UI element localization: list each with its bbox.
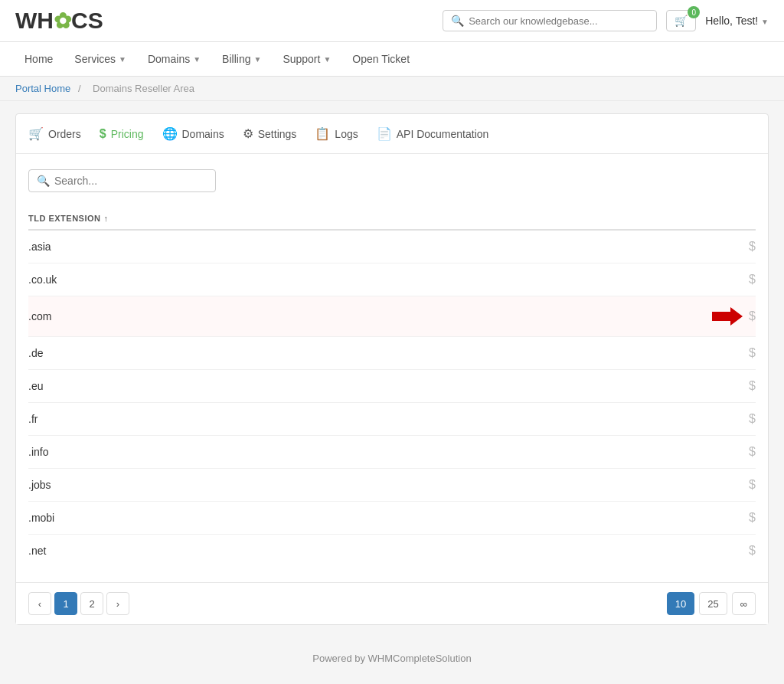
nav-services[interactable]: Services ▼: [65, 42, 136, 76]
document-icon: 📄: [377, 126, 392, 141]
logo-gear-icon: ✿: [54, 8, 71, 34]
tab-domains[interactable]: 🌐 Domains: [162, 123, 224, 144]
chevron-down-icon: ▼: [253, 55, 261, 64]
dollar-icon: $: [749, 346, 756, 360]
nav-domains[interactable]: Domains ▼: [139, 42, 210, 76]
table-row[interactable]: .co.uk $: [28, 263, 756, 296]
tld-extension-header: TLD EXTENSION: [28, 214, 101, 223]
header-right: 🔍 🛒 0 Hello, Test! ▼: [443, 10, 769, 31]
logo-cs: CS: [71, 8, 103, 34]
dollar-icon: $: [100, 127, 106, 141]
tab-settings[interactable]: ⚙ Settings: [243, 123, 297, 144]
svg-marker-0: [712, 307, 743, 326]
breadcrumb-current: Domains Reseller Area: [93, 83, 194, 94]
tld-search-input[interactable]: [54, 175, 207, 187]
page-1-button[interactable]: 1: [54, 592, 77, 615]
pagination-left: ‹ 1 2 ›: [28, 592, 129, 615]
table-row[interactable]: .jobs $: [28, 469, 756, 502]
tab-pricing[interactable]: $ Pricing: [100, 124, 144, 144]
nav-open-ticket[interactable]: Open Ticket: [343, 42, 419, 76]
logo: WH ✿ CS: [15, 8, 103, 34]
tld-search[interactable]: 🔍: [28, 169, 216, 192]
dollar-icon: $: [749, 544, 756, 558]
logo-wh: WH: [15, 8, 54, 34]
tab-api-documentation[interactable]: 📄 API Documentation: [377, 123, 489, 144]
dollar-icon: $: [749, 273, 756, 286]
user-menu[interactable]: Hello, Test! ▼: [705, 15, 769, 27]
gear-icon: ⚙: [243, 126, 253, 141]
search-icon: 🔍: [451, 15, 464, 27]
next-page-button[interactable]: ›: [106, 592, 129, 615]
globe-icon: 🌐: [162, 126, 178, 141]
table-row[interactable]: .asia $: [28, 231, 756, 263]
cart-badge: 0: [688, 6, 700, 18]
table-row[interactable]: .info $: [28, 436, 756, 469]
sort-arrow-icon[interactable]: ↑: [104, 214, 109, 223]
dollar-icon: $: [749, 478, 756, 492]
cart-icon: 🛒: [28, 126, 44, 141]
table-row[interactable]: .com $: [28, 296, 756, 337]
breadcrumb: Portal Home / Domains Reseller Area: [0, 77, 784, 101]
table-row[interactable]: .de $: [28, 337, 756, 370]
page-2-button[interactable]: 2: [80, 592, 103, 615]
dollar-icon: $: [749, 240, 756, 254]
per-page-10[interactable]: 10: [667, 592, 694, 615]
pagination: ‹ 1 2 › 10 25 ∞: [16, 582, 768, 624]
prev-page-button[interactable]: ‹: [28, 592, 51, 615]
table-row[interactable]: .mobi $: [28, 502, 756, 535]
chevron-down-icon: ▼: [323, 55, 331, 64]
breadcrumb-separator: /: [78, 83, 83, 94]
logs-icon: 📋: [315, 126, 330, 141]
chevron-down-icon: ▼: [119, 55, 126, 64]
cart-button[interactable]: 🛒 0: [666, 10, 696, 31]
main-nav: Home Services ▼ Domains ▼ Billing ▼ Supp…: [0, 42, 784, 77]
chevron-down-icon: ▼: [193, 55, 201, 64]
user-dropdown-arrow: ▼: [761, 18, 769, 26]
table-row[interactable]: .fr $: [28, 403, 756, 436]
search-icon: 🔍: [37, 175, 50, 187]
per-page-25[interactable]: 25: [699, 592, 727, 615]
per-page-all[interactable]: ∞: [732, 592, 756, 615]
nav-billing[interactable]: Billing ▼: [213, 42, 270, 76]
pagination-right: 10 25 ∞: [667, 592, 756, 615]
tab-bar: 🛒 Orders $ Pricing 🌐 Domains ⚙ Settings …: [16, 114, 768, 154]
nav-home[interactable]: Home: [15, 42, 62, 76]
tab-orders[interactable]: 🛒 Orders: [28, 123, 81, 144]
red-arrow-icon: [712, 306, 743, 327]
table-area: 🔍 TLD EXTENSION ↑ .asia $ .co.uk $ .com: [16, 154, 768, 582]
main-content: 🛒 Orders $ Pricing 🌐 Domains ⚙ Settings …: [0, 101, 784, 637]
dollar-icon: $: [749, 511, 756, 525]
table-header: TLD EXTENSION ↑: [28, 208, 756, 231]
nav-support[interactable]: Support ▼: [273, 42, 340, 76]
knowledge-search[interactable]: 🔍: [443, 10, 657, 31]
table-row[interactable]: .net $: [28, 535, 756, 567]
header: WH ✿ CS 🔍 🛒 0 Hello, Test! ▼: [0, 0, 784, 42]
tab-logs[interactable]: 📋 Logs: [315, 123, 358, 144]
breadcrumb-portal-home[interactable]: Portal Home: [15, 83, 70, 94]
dollar-icon: $: [749, 412, 756, 426]
table-row[interactable]: .eu $: [28, 370, 756, 403]
footer: Powered by WHMCompleteSolution: [0, 637, 784, 679]
dollar-icon: $: [712, 306, 756, 327]
dollar-icon: $: [749, 445, 756, 459]
knowledge-search-input[interactable]: [469, 15, 648, 27]
dollar-icon: $: [749, 379, 756, 393]
content-box: 🛒 Orders $ Pricing 🌐 Domains ⚙ Settings …: [15, 113, 769, 625]
